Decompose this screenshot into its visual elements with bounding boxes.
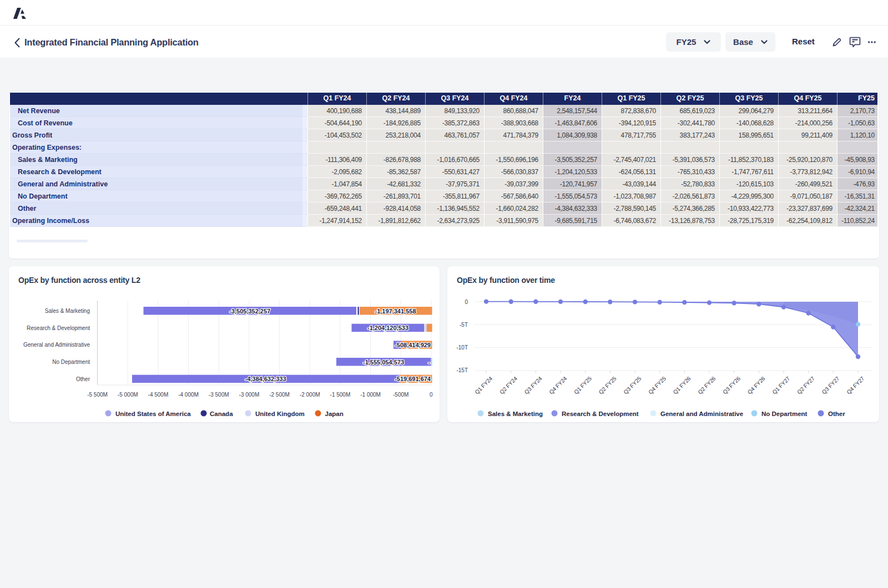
svg-text:-: - (428, 359, 430, 366)
svg-text:Q3 FY26: Q3 FY26 (722, 375, 741, 395)
svg-text:-1,555,054,573: -1,555,054,573 (363, 359, 404, 366)
svg-text:General and Administrative: General and Administrative (660, 410, 743, 417)
svg-text:-2 000M: -2 000M (300, 392, 320, 398)
svg-text:-2 500M: -2 500M (269, 392, 290, 398)
svg-text:-3,505,352,257: -3,505,352,257 (229, 308, 270, 315)
svg-text:-3 500M: -3 500M (209, 392, 229, 398)
svg-text:Canada: Canada (210, 410, 233, 417)
svg-text:Q2 FY26: Q2 FY26 (697, 375, 717, 395)
svg-text:Q4 FY25: Q4 FY25 (647, 375, 667, 395)
svg-text:Q4 FY26: Q4 FY26 (746, 375, 766, 395)
svg-text:Q3 FY25: Q3 FY25 (622, 375, 642, 395)
svg-text:General and Administrative: General and Administrative (23, 342, 90, 348)
svg-text:-5T: -5T (460, 322, 468, 328)
svg-text:No Department: No Department (761, 410, 808, 417)
svg-text:Q3 FY27: Q3 FY27 (821, 375, 841, 395)
svg-text:-5 000M: -5 000M (118, 392, 138, 398)
svg-text:-508,414,929: -508,414,929 (395, 342, 431, 348)
svg-text:Sales & Marketing: Sales & Marketing (45, 308, 90, 314)
svg-text:Q1 FY25: Q1 FY25 (573, 375, 593, 395)
svg-text:0: 0 (465, 299, 468, 305)
svg-text:Q3 FY24: Q3 FY24 (523, 375, 543, 395)
svg-text:-10T: -10T (456, 344, 468, 351)
svg-text:Q4 FY27: Q4 FY27 (845, 375, 865, 395)
svg-text:Q1 FY24: Q1 FY24 (473, 375, 493, 395)
svg-text:Japan: Japan (325, 410, 344, 417)
svg-text:Other: Other (828, 410, 845, 417)
svg-text:Q1 FY26: Q1 FY26 (672, 375, 692, 395)
svg-text:Research & Development: Research & Development (562, 410, 639, 417)
svg-text:Other: Other (76, 376, 90, 382)
svg-text:No Department: No Department (52, 359, 90, 365)
svg-text:-500M: -500M (393, 392, 408, 398)
svg-text:-1 000M: -1 000M (360, 392, 381, 398)
svg-text:Q1 FY27: Q1 FY27 (771, 375, 791, 395)
svg-text:United Kingdom: United Kingdom (255, 410, 305, 417)
svg-text:United States of America: United States of America (115, 410, 191, 417)
svg-text:-1,204,120,533: -1,204,120,533 (367, 325, 408, 331)
svg-text:Q4 FY24: Q4 FY24 (548, 375, 568, 395)
svg-text:-5 500M: -5 500M (87, 392, 108, 398)
svg-text:Q2 FY24: Q2 FY24 (498, 375, 518, 395)
svg-text:-519,691,674: -519,691,674 (395, 376, 431, 382)
svg-text:Q2 FY27: Q2 FY27 (796, 375, 816, 395)
svg-text:-3 000M: -3 000M (239, 392, 260, 398)
svg-text:-1 500M: -1 500M (330, 392, 351, 398)
svg-text:0: 0 (430, 392, 433, 398)
svg-text:Sales & Marketing: Sales & Marketing (488, 410, 543, 417)
svg-text:-4 500M: -4 500M (148, 392, 169, 398)
svg-text:Research & Development: Research & Development (27, 325, 90, 331)
svg-text:-1,197,341,558: -1,197,341,558 (375, 308, 416, 315)
svg-text:Q2 FY25: Q2 FY25 (598, 375, 618, 395)
svg-text:OpEx by function across entity: OpEx by function across entity L2 (18, 276, 140, 285)
svg-text:OpEx by function over time: OpEx by function over time (457, 276, 555, 285)
svg-text:-4 000M: -4 000M (178, 392, 199, 398)
svg-text:-15T: -15T (456, 367, 468, 373)
svg-text:-4,384,632,333: -4,384,632,333 (245, 376, 286, 382)
